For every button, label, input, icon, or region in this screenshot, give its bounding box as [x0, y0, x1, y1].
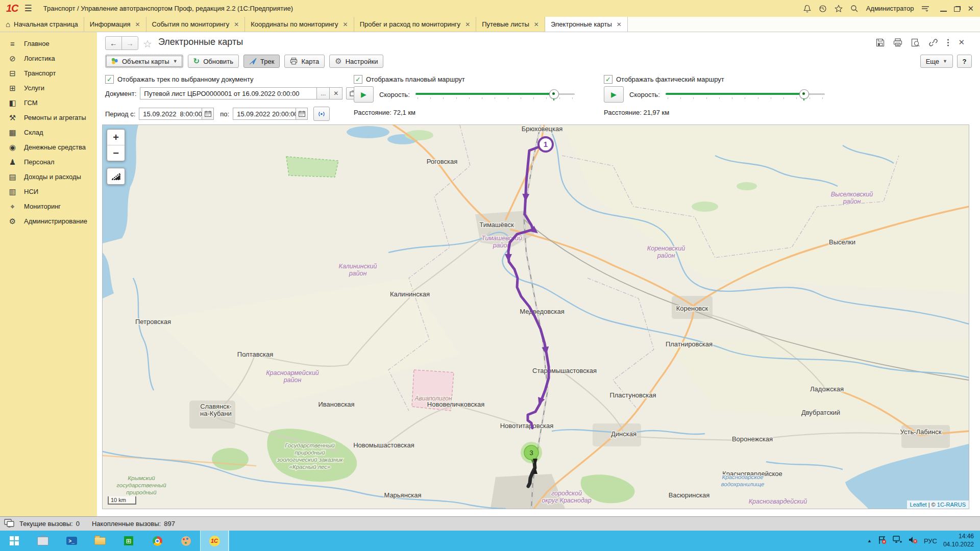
refresh-button[interactable]: ↻Обновить: [188, 55, 239, 68]
taskbar-1c-app-button[interactable]: 1С: [200, 531, 229, 551]
map-print-button[interactable]: Карта: [284, 55, 325, 68]
period-to-input[interactable]: 15.09.2022 20:00:00: [233, 108, 296, 120]
tab-Путевые листы[interactable]: Путевые листы✕: [476, 17, 545, 32]
current-user[interactable]: Администратор: [866, 5, 914, 12]
network-icon[interactable]: [893, 536, 902, 546]
track-button[interactable]: Трек: [243, 55, 280, 68]
main-menu-icon[interactable]: ☰: [24, 3, 32, 14]
sidebar-item-services[interactable]: ⊞Услуги: [0, 81, 97, 95]
leaflet-link[interactable]: Leaflet: [910, 502, 927, 508]
tab-close-icon[interactable]: ✕: [234, 21, 239, 28]
period-to-calendar-icon[interactable]: [296, 108, 308, 120]
tab-События по мониторингу[interactable]: События по мониторингу✕: [146, 17, 246, 32]
restore-button[interactable]: [954, 7, 960, 12]
search-icon[interactable]: [850, 5, 859, 13]
settings-button[interactable]: ⚙Настройки: [329, 55, 383, 68]
sidebar-item-money[interactable]: ◉Денежные средства: [0, 140, 97, 155]
favorite-star-icon[interactable]: ☆: [143, 38, 152, 50]
history-icon[interactable]: [819, 5, 827, 13]
close-form-icon[interactable]: ✕: [958, 38, 965, 47]
accumulated-calls: Накопленные вызовы:897: [92, 520, 175, 528]
map-label-town: Старомышастовская: [532, 367, 597, 374]
tab-Электронные карты[interactable]: Электронные карты✕: [545, 17, 628, 32]
show-track-checkbox[interactable]: ✓: [105, 75, 114, 84]
calls-monitor-icon[interactable]: [4, 519, 14, 529]
period-from-input[interactable]: 15.09.2022 8:00:00: [139, 108, 202, 120]
close-window-button[interactable]: ✕: [967, 6, 974, 11]
map-objects-button[interactable]: Объекты карты▼: [105, 55, 183, 68]
sidebar-item-fuel[interactable]: ◧ГСМ: [0, 95, 97, 110]
document-input[interactable]: Путевой лист ЦБРО0000001 от 16.09.2022 0…: [140, 87, 317, 99]
clock[interactable]: 14:46 04.10.2022: [943, 533, 974, 548]
save-icon[interactable]: [876, 38, 885, 47]
online-monitoring-icon[interactable]: [313, 107, 330, 121]
sidebar-item-logistics[interactable]: ⊘Логистика: [0, 51, 97, 66]
paint-icon: [181, 536, 191, 546]
nav-forward-button[interactable]: →: [121, 36, 138, 50]
language-indicator[interactable]: РУС: [924, 537, 937, 545]
income-expense-icon: ▤: [8, 172, 17, 182]
preview-icon[interactable]: [911, 38, 920, 47]
minimize-button[interactable]: [940, 6, 947, 12]
show-fact-route-checkbox[interactable]: ✓: [604, 75, 612, 84]
sidebar-item-label: НСИ: [24, 188, 38, 195]
more-button[interactable]: Еще▼: [920, 55, 953, 68]
tab-Пробег и расход по мониторингу[interactable]: Пробег и расход по мониторингу✕: [354, 17, 477, 32]
sidebar-item-repairs[interactable]: ⚒Ремонты и агрегаты: [0, 110, 97, 125]
tab-close-icon[interactable]: ✕: [465, 21, 470, 28]
measure-tool-button[interactable]: [107, 168, 125, 185]
taskbar-store-button[interactable]: ⊞: [114, 531, 143, 551]
taskbar-chrome-button[interactable]: [143, 531, 172, 551]
tab-close-icon[interactable]: ✕: [135, 21, 140, 28]
help-button[interactable]: ?: [957, 55, 972, 68]
taskbar-paint-button[interactable]: [172, 531, 200, 551]
provider-link[interactable]: 1C-RARUS: [937, 502, 966, 508]
volume-muted-icon[interactable]: [909, 536, 918, 546]
notifications-bell-icon[interactable]: [803, 5, 811, 13]
tab-Координаты по мониторингу[interactable]: Координаты по мониторингу✕: [245, 17, 354, 32]
cluster-marker-label: 3: [529, 449, 533, 457]
map-canvas[interactable]: БрюховецкаяРоговскаяТимашёвскКалининская…: [102, 124, 969, 509]
period-from-calendar-icon[interactable]: [202, 108, 214, 120]
sidebar-item-label: Склад: [24, 129, 43, 136]
favorites-star-icon[interactable]: [835, 5, 843, 13]
map-label-town: Усть-Лабинск: [900, 428, 942, 436]
tab-Начальная страница[interactable]: ⌂Начальная страница: [0, 17, 84, 32]
tab-close-icon[interactable]: ✕: [534, 21, 539, 28]
document-choose-button[interactable]: ...: [316, 87, 330, 99]
map-tiles: БрюховецкаяРоговскаяТимашёвскКалининская…: [103, 125, 969, 509]
zoom-in-button[interactable]: +: [107, 130, 125, 145]
sidebar-item-administration[interactable]: ⚙Администрирование: [0, 214, 97, 229]
taskbar-server-manager-button[interactable]: [29, 531, 57, 551]
nav-back-button[interactable]: ←: [105, 36, 122, 50]
sidebar-item-warehouse[interactable]: ▦Склад: [0, 125, 97, 140]
fact-play-button[interactable]: ▶: [604, 86, 624, 103]
more-commands-kebab-icon[interactable]: [947, 38, 949, 47]
action-center-flag-icon[interactable]: [878, 536, 887, 546]
tab-close-icon[interactable]: ✕: [617, 21, 622, 28]
tab-close-icon[interactable]: ✕: [343, 21, 348, 28]
taskbar-start-button[interactable]: [0, 531, 29, 551]
map-label-town: Брюховецкая: [522, 125, 563, 133]
zoom-out-button[interactable]: −: [107, 145, 125, 161]
map-label-town: Петровская: [135, 318, 171, 325]
sidebar-item-nsi[interactable]: ▥НСИ: [0, 184, 97, 199]
tab-Информация[interactable]: Информация✕: [84, 17, 146, 32]
map-label-town: Платнировская: [666, 340, 713, 348]
sidebar-item-menu[interactable]: ≡Главное: [0, 36, 97, 51]
sidebar-item-monitoring[interactable]: ⌖Мониторинг: [0, 199, 97, 214]
fact-speed-slider[interactable]: [666, 89, 825, 100]
plan-speed-slider[interactable]: [415, 89, 575, 100]
print-icon[interactable]: [893, 38, 902, 47]
tray-expand-icon[interactable]: ▲: [867, 538, 872, 543]
sidebar-item-personnel[interactable]: ♟Персонал: [0, 155, 97, 169]
plan-play-button[interactable]: ▶: [354, 86, 374, 103]
show-plan-route-checkbox[interactable]: ✓: [354, 75, 362, 84]
document-clear-button[interactable]: ✕: [329, 87, 342, 99]
service-menu-icon[interactable]: [921, 5, 929, 12]
get-link-icon[interactable]: [928, 38, 938, 47]
taskbar-explorer-button[interactable]: [86, 531, 114, 551]
sidebar-item-income-expense[interactable]: ▤Доходы и расходы: [0, 169, 97, 184]
taskbar-powershell-button[interactable]: >_: [57, 531, 86, 551]
sidebar-item-transport[interactable]: ⊟Транспорт: [0, 66, 97, 81]
